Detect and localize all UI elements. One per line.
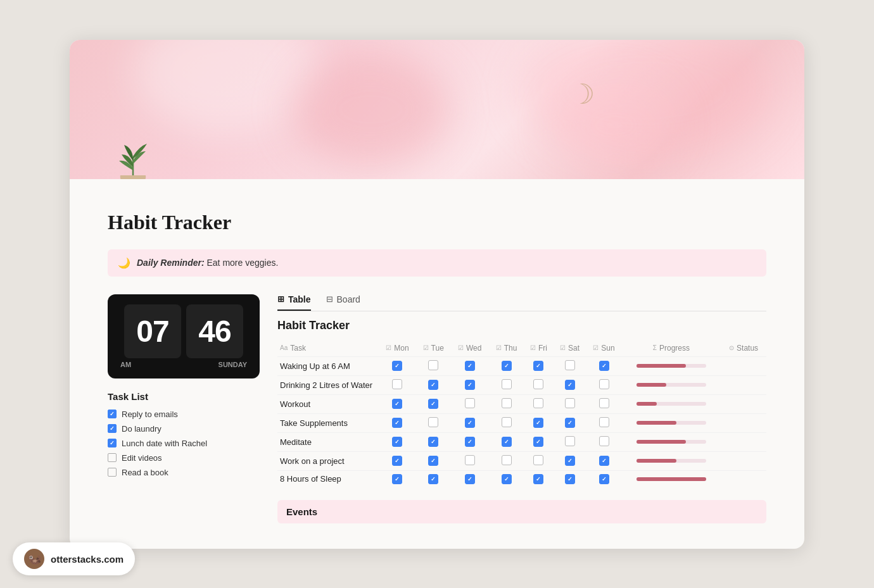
check-cell[interactable] (379, 375, 416, 394)
check-cell[interactable] (554, 470, 586, 487)
check-cell[interactable] (586, 470, 621, 487)
check-cell[interactable] (524, 432, 553, 451)
checkbox-checked[interactable] (565, 418, 575, 428)
check-cell[interactable] (524, 375, 553, 394)
task-checkbox[interactable] (108, 410, 117, 418)
checkbox-checked[interactable] (502, 437, 512, 447)
checkbox-unchecked[interactable] (465, 455, 475, 465)
checkbox-checked[interactable] (465, 418, 475, 428)
check-cell[interactable] (489, 413, 524, 432)
checkbox-unchecked[interactable] (392, 379, 402, 389)
checkbox-checked[interactable] (533, 437, 543, 447)
check-cell[interactable] (489, 432, 524, 451)
checkbox-checked[interactable] (565, 456, 575, 466)
check-cell[interactable] (379, 432, 416, 451)
check-cell[interactable] (489, 394, 524, 413)
checkbox-checked[interactable] (533, 474, 543, 484)
check-cell[interactable] (586, 394, 621, 413)
check-cell[interactable] (524, 451, 553, 470)
check-cell[interactable] (554, 432, 586, 451)
checkbox-checked[interactable] (465, 361, 475, 371)
checkbox-checked[interactable] (428, 399, 438, 409)
checkbox-unchecked[interactable] (565, 398, 575, 408)
check-cell[interactable] (416, 432, 451, 451)
checkbox-checked[interactable] (392, 437, 402, 447)
tab-table[interactable]: ⊞ Table (277, 294, 311, 311)
check-cell[interactable] (416, 356, 451, 375)
checkbox-checked[interactable] (428, 380, 438, 390)
task-checkbox[interactable] (108, 468, 117, 477)
checkbox-checked[interactable] (428, 456, 438, 466)
checkbox-unchecked[interactable] (599, 417, 609, 427)
task-item[interactable]: Read a book (108, 468, 260, 477)
checkbox-unchecked[interactable] (599, 398, 609, 408)
checkbox-checked[interactable] (392, 418, 402, 428)
check-cell[interactable] (586, 375, 621, 394)
task-item[interactable]: Lunch date with Rachel (108, 439, 260, 448)
check-cell[interactable] (554, 356, 586, 375)
check-cell[interactable] (489, 356, 524, 375)
checkbox-checked[interactable] (599, 474, 609, 484)
check-cell[interactable] (379, 470, 416, 487)
check-cell[interactable] (524, 394, 553, 413)
check-cell[interactable] (379, 451, 416, 470)
check-cell[interactable] (451, 394, 489, 413)
check-cell[interactable] (586, 432, 621, 451)
check-cell[interactable] (451, 432, 489, 451)
checkbox-checked[interactable] (392, 456, 402, 466)
checkbox-unchecked[interactable] (502, 379, 512, 389)
task-checkbox[interactable] (108, 424, 117, 433)
checkbox-checked[interactable] (392, 474, 402, 484)
check-cell[interactable] (451, 451, 489, 470)
check-cell[interactable] (451, 356, 489, 375)
check-cell[interactable] (379, 356, 416, 375)
task-item[interactable]: Do laundry (108, 424, 260, 434)
checkbox-checked[interactable] (599, 361, 609, 371)
check-cell[interactable] (524, 356, 553, 375)
check-cell[interactable] (524, 413, 553, 432)
checkbox-unchecked[interactable] (465, 398, 475, 408)
checkbox-checked[interactable] (428, 437, 438, 447)
checkbox-checked[interactable] (502, 361, 512, 371)
check-cell[interactable] (586, 451, 621, 470)
check-cell[interactable] (416, 413, 451, 432)
check-cell[interactable] (416, 394, 451, 413)
checkbox-unchecked[interactable] (502, 417, 512, 427)
check-cell[interactable] (451, 470, 489, 487)
check-cell[interactable] (554, 451, 586, 470)
checkbox-checked[interactable] (465, 437, 475, 447)
check-cell[interactable] (416, 375, 451, 394)
checkbox-unchecked[interactable] (502, 455, 512, 465)
check-cell[interactable] (554, 394, 586, 413)
checkbox-checked[interactable] (502, 474, 512, 484)
checkbox-checked[interactable] (392, 361, 402, 371)
check-cell[interactable] (554, 375, 586, 394)
checkbox-unchecked[interactable] (599, 436, 609, 446)
checkbox-unchecked[interactable] (565, 436, 575, 446)
checkbox-unchecked[interactable] (533, 398, 543, 408)
check-cell[interactable] (586, 413, 621, 432)
check-cell[interactable] (554, 413, 586, 432)
checkbox-unchecked[interactable] (428, 360, 438, 370)
task-item[interactable]: Reply to emails (108, 410, 260, 419)
check-cell[interactable] (416, 451, 451, 470)
checkbox-checked[interactable] (599, 456, 609, 466)
check-cell[interactable] (489, 451, 524, 470)
check-cell[interactable] (379, 394, 416, 413)
check-cell[interactable] (451, 375, 489, 394)
check-cell[interactable] (489, 470, 524, 487)
checkbox-checked[interactable] (428, 474, 438, 484)
checkbox-checked[interactable] (465, 380, 475, 390)
task-item[interactable]: Edit videos (108, 453, 260, 463)
checkbox-checked[interactable] (465, 474, 475, 484)
checkbox-checked[interactable] (533, 418, 543, 428)
check-cell[interactable] (416, 470, 451, 487)
check-cell[interactable] (379, 413, 416, 432)
task-checkbox[interactable] (108, 453, 117, 462)
task-checkbox[interactable] (108, 439, 117, 447)
checkbox-unchecked[interactable] (533, 379, 543, 389)
check-cell[interactable] (489, 375, 524, 394)
checkbox-unchecked[interactable] (502, 398, 512, 408)
tab-board[interactable]: ⊟ Board (326, 294, 360, 311)
check-cell[interactable] (451, 413, 489, 432)
